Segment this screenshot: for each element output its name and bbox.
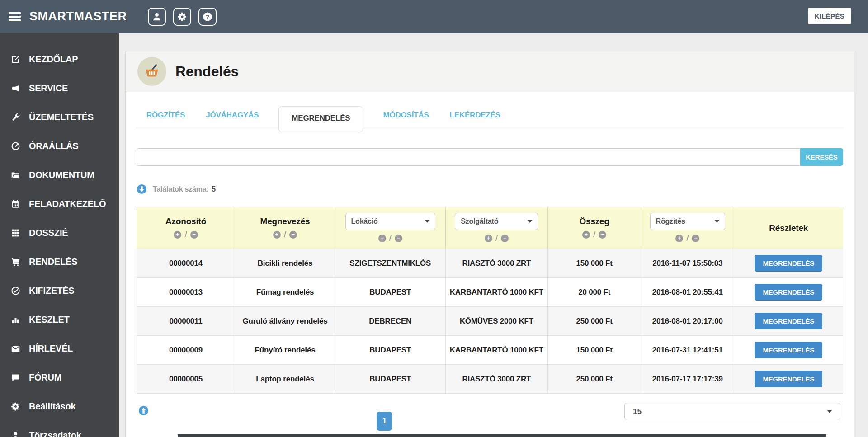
sidebar-item-label: KÉSZLET [29,315,70,325]
sidebar-item-label: SERVICE [29,83,68,94]
sidebar-item-zemeltets[interactable]: ÜZEMELTETÉS [0,103,119,132]
cell: 00000005 [137,365,235,394]
per-page-select[interactable]: 15 [624,403,840,420]
order-details-button[interactable]: MEGRENDELÉS [755,255,822,272]
column-header-1: Azonosító+/− [137,207,235,249]
profile-button[interactable] [148,8,166,26]
sort-descending-icon[interactable]: − [395,235,402,242]
sidebar-item-trzsadatok[interactable]: Törzsadatok [0,421,119,437]
sidebar-item-feladatkezel[interactable]: FELADATKEZELŐ [0,189,119,218]
megaphone-icon [11,83,23,93]
sidebar-item-belltsok[interactable]: Beállítások [0,392,119,421]
tab-megrendels[interactable]: MEGRENDELÉS [278,106,363,132]
sidebar-item-label: ÓRAÁLLÁS [29,141,79,151]
cell: BUDAPEST [335,365,445,394]
tab-mdosts[interactable]: MÓDOSÍTÁS [382,103,429,127]
filter-select[interactable]: Szolgáltató [455,213,538,230]
sort-descending-icon[interactable]: − [692,235,699,242]
gear-icon [11,401,23,411]
order-details-button[interactable]: MEGRENDELÉS [755,313,822,329]
cell: 250 000 Ft [548,365,641,394]
order-details-button[interactable]: MEGRENDELÉS [755,284,822,301]
sort-ascending-icon[interactable]: + [378,235,386,242]
orders-panel: Rendelés RÖGZÍTÉSJÓVÁHAGYÁSMEGRENDELÉSMÓ… [125,51,854,437]
order-details-button[interactable]: MEGRENDELÉS [755,342,822,358]
column-header-2: Megnevezés+/− [235,207,335,249]
cell: BUDAPEST [335,278,445,307]
sort-ascending-icon[interactable]: + [174,231,181,239]
sort-descending-icon[interactable]: − [190,231,198,239]
sort-separator: / [184,230,187,240]
cell: RIASZTÓ 3000 ZRT [445,365,547,394]
sidebar-item-dokumentum[interactable]: DOKUMENTUM [0,160,119,189]
sort-descending-icon[interactable]: − [289,231,297,239]
settings-button[interactable] [173,8,191,26]
main-content: Rendelés RÖGZÍTÉSJÓVÁHAGYÁSMEGRENDELÉSMÓ… [119,33,868,437]
cell: 00000011 [137,307,235,336]
chevron-down-icon [425,220,429,223]
help-button[interactable]: ? [198,8,217,26]
cell: KARBANTARTÓ 1000 KFT [445,278,547,307]
sort-ascending-icon[interactable]: + [273,231,281,239]
cell: 2016-07-17 17:17:39 [641,365,734,394]
tab-jvhagys[interactable]: JÓVÁHAGYÁS [205,103,259,127]
menu-icon[interactable] [9,10,21,23]
calendar-icon [11,199,23,209]
details-cell: MEGRENDELÉS [734,336,843,365]
cell: 00000013 [137,278,235,307]
sort-descending-icon[interactable]: − [599,231,606,239]
table-footer: 1 15 [137,402,843,437]
sidebar-item-label: DOKUMENTUM [29,170,94,180]
logout-button[interactable]: KILÉPÉS [808,8,851,24]
gear-icon [177,12,187,22]
sort-ascending-icon[interactable]: + [485,235,492,242]
sidebar-item-service[interactable]: SERVICE [0,74,119,103]
sort-descending-icon[interactable]: − [501,235,509,242]
sort-controls: +/− [339,233,442,243]
sidebar-item-label: FELADATKEZELŐ [29,199,106,209]
sidebar-item-kszlet[interactable]: KÉSZLET [0,305,119,334]
bar-chart-icon [11,315,23,324]
sidebar-item-dosszi[interactable]: DOSSZIÉ [0,218,119,247]
search-input[interactable] [137,148,800,166]
tab-rgzts[interactable]: RÖGZÍTÉS [146,103,186,127]
panel-heading: Rendelés [126,51,854,92]
search-button[interactable]: KERESÉS [800,148,843,166]
sort-separator: / [686,233,689,243]
filter-select[interactable]: Rögzítés [650,213,725,230]
sidebar-item-rendels[interactable]: RENDELÉS [0,247,119,276]
results-row: Találatok száma: 5 [137,184,843,194]
filter-select[interactable]: Lokáció [345,213,435,230]
sort-ascending-icon[interactable]: + [675,235,683,242]
chevron-down-icon [528,220,532,223]
check-circle-icon [11,286,23,296]
sort-separator: / [495,233,498,243]
envelope-icon [11,343,23,353]
scroll-down-icon[interactable] [137,184,147,194]
sidebar-item-frum[interactable]: FÓRUM [0,363,119,392]
scroll-up-icon[interactable] [138,405,149,416]
sort-ascending-icon[interactable]: + [582,231,590,239]
tab-lekrdezs[interactable]: LEKÉRDEZÉS [449,103,501,127]
cell: BUDAPEST [335,336,445,365]
sort-controls: +/− [645,233,730,243]
sidebar-item-label: DOSSZIÉ [29,228,68,238]
cell: 2016-08-01 20:17:00 [641,307,734,336]
cell: 150 000 Ft [548,336,641,365]
cell: 150 000 Ft [548,249,641,278]
sidebar-item-label: Törzsadatok [29,430,81,437]
sidebar-item-kifizets[interactable]: KIFIZETÉS [0,276,119,305]
sidebar-item-ralls[interactable]: ÓRAÁLLÁS [0,132,119,160]
table-row: 00000014Bicikli rendelésSZIGETSZENTMIKLÓ… [137,249,843,278]
results-count: 5 [212,185,216,194]
sidebar-item-hrlevl[interactable]: HÍRLEVÉL [0,334,119,363]
order-details-button[interactable]: MEGRENDELÉS [755,371,822,387]
sidebar-item-kezdlap[interactable]: KEZDŐLAP [0,45,119,74]
cart-icon [11,257,23,267]
column-label: Részletek [738,223,839,233]
column-label: Megnevezés [239,216,331,226]
cell: 2016-11-07 15:50:03 [641,249,734,278]
column-label: Azonosító [141,216,231,226]
chevron-down-icon [827,410,832,413]
page-1-button[interactable]: 1 [377,412,392,431]
